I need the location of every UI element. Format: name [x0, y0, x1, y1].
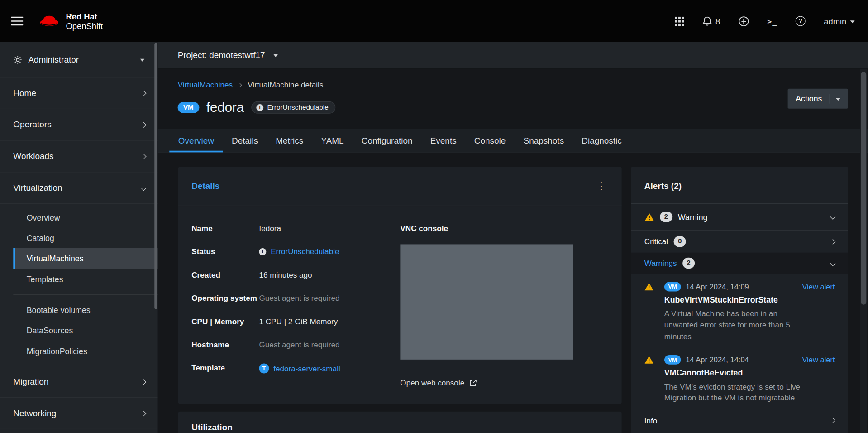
breadcrumb: VirtualMachines VirtualMachine details	[178, 80, 848, 89]
detail-label: Hostname	[191, 340, 259, 349]
alerts-summary-toggle[interactable]: 2 Warning	[631, 204, 848, 230]
tab-overview[interactable]: Overview	[169, 129, 223, 152]
detail-value: 1 CPU | 2 GiB Memory	[259, 317, 338, 326]
breadcrumb-link-virtualmachines[interactable]: VirtualMachines	[178, 80, 233, 89]
quick-create-button[interactable]	[739, 16, 749, 26]
warnings-section-toggle[interactable]: Warnings 2	[631, 253, 848, 274]
user-menu[interactable]: admin	[824, 16, 854, 26]
page-scrollbar[interactable]	[860, 69, 867, 433]
tab-console[interactable]: Console	[465, 129, 515, 152]
divider	[13, 294, 157, 295]
alert-timestamp: 14 Apr 2024, 14:04	[686, 356, 749, 364]
detail-row-created: Created 16 minutes ago	[191, 270, 400, 279]
sidebar-item-templates[interactable]: Templates	[13, 269, 157, 289]
tab-snapshots[interactable]: Snapshots	[515, 129, 573, 152]
nav-label: Virtualization	[13, 183, 62, 193]
chevron-right-icon	[141, 122, 146, 127]
sidebar-item-datasources[interactable]: DataSources	[13, 320, 157, 341]
sidebar-item-home[interactable]: Home	[0, 77, 158, 109]
detail-label: Template	[191, 363, 259, 372]
tab-details[interactable]: Details	[223, 129, 267, 152]
perspective-switcher[interactable]: Administrator	[0, 42, 158, 77]
detail-label: Operating system	[191, 293, 259, 303]
page-title: fedora	[206, 100, 244, 115]
details-card-title-link[interactable]: Details	[191, 181, 219, 191]
tab-configuration[interactable]: Configuration	[353, 129, 421, 152]
sidebar-scrollbar[interactable]	[154, 43, 157, 309]
openshift-console: Red Hat OpenShift	[0, 0, 868, 433]
nav-toggle-button[interactable]	[11, 14, 23, 28]
grid-icon	[675, 16, 684, 26]
chevron-down-icon	[830, 214, 835, 220]
breadcrumb-separator-icon	[238, 83, 242, 87]
vnc-console-preview[interactable]	[400, 244, 573, 359]
brand-line2: OpenShift	[66, 21, 103, 30]
critical-section-toggle[interactable]: Critical 0	[631, 231, 848, 253]
status-badge[interactable]: i ErrorUnschedulable	[251, 101, 336, 114]
scrollbar-thumb[interactable]	[861, 72, 866, 305]
app-launcher-button[interactable]	[675, 16, 684, 26]
caret-down-icon	[140, 59, 144, 62]
detail-label: Name	[191, 224, 259, 233]
sidebar-item-overview[interactable]: Overview	[13, 207, 157, 227]
sidebar-item-migration[interactable]: Migration	[0, 366, 158, 398]
sidebar-item-bootable-volumes[interactable]: Bootable volumes	[13, 300, 157, 320]
chevron-right-icon	[830, 239, 835, 244]
tab-events[interactable]: Events	[421, 129, 465, 152]
details-list: Name fedora Status i ErrorUnschedulable	[191, 224, 400, 387]
detail-row-name: Name fedora	[191, 224, 400, 233]
sidebar-item-catalog[interactable]: Catalog	[13, 228, 157, 248]
caret-down-icon	[850, 20, 855, 23]
alerts-card: Alerts (2) 2 Warning	[631, 167, 848, 433]
terminal-icon: >_	[767, 17, 777, 26]
nav-label: Migration	[13, 377, 48, 387]
alerts-title: Alerts (2)	[631, 167, 848, 203]
view-alert-link[interactable]: View alert	[802, 283, 835, 291]
detail-label: Created	[191, 270, 259, 279]
detail-row-template: Template T fedora-server-small	[191, 363, 400, 373]
detail-row-os: Operating system Guest agent is required	[191, 293, 400, 303]
vm-kind-badge: VM	[664, 355, 681, 364]
chevron-right-icon	[141, 410, 146, 416]
chevron-right-icon	[141, 379, 146, 385]
status-link[interactable]: ErrorUnschedulable	[271, 247, 339, 256]
project-label: Project:	[178, 50, 207, 60]
view-alert-link[interactable]: View alert	[802, 356, 835, 364]
tab-diagnostic[interactable]: Diagnostic	[573, 129, 631, 152]
caret-down-icon	[273, 54, 278, 57]
tab-metrics[interactable]: Metrics	[267, 129, 312, 152]
warning-triangle-icon	[644, 356, 664, 364]
open-web-console-link[interactable]: Open web console	[400, 378, 477, 387]
utilization-card: Utilization	[178, 412, 622, 433]
info-icon: i	[259, 248, 266, 255]
warning-triangle-icon	[644, 283, 664, 291]
template-link[interactable]: fedora-server-small	[273, 364, 340, 373]
vm-kind-badge: VM	[664, 282, 681, 291]
tab-yaml[interactable]: YAML	[312, 129, 353, 152]
sidebar-item-networking[interactable]: Networking	[0, 398, 158, 429]
alert-description: The VM's eviction strategy is set to Liv…	[664, 381, 809, 404]
detail-row-cpu-memory: CPU | Memory 1 CPU | 2 GiB Memory	[191, 317, 400, 326]
masthead: Red Hat OpenShift	[0, 0, 868, 42]
chevron-down-icon	[141, 185, 146, 191]
nav-label: Operators	[13, 120, 51, 130]
sidebar-item-operators[interactable]: Operators	[0, 109, 158, 141]
info-icon: i	[256, 104, 263, 111]
alert-title: VMCannotBeEvicted	[664, 368, 835, 377]
warnings-count-badge: 2	[682, 258, 695, 269]
utilization-title: Utilization	[178, 412, 622, 433]
info-section-toggle[interactable]: Info	[631, 409, 848, 431]
sidebar-item-workloads[interactable]: Workloads	[0, 141, 158, 173]
sidebar-item-migrationpolicies[interactable]: MigrationPolicies	[13, 341, 157, 361]
caret-down-icon	[836, 98, 840, 101]
kebab-menu-button[interactable]: ⋮	[594, 181, 608, 191]
notifications-button[interactable]: 8	[702, 16, 720, 26]
help-button[interactable]: ?	[796, 16, 806, 26]
cloud-shell-button[interactable]: >_	[767, 17, 777, 26]
actions-button[interactable]: Actions	[788, 89, 848, 109]
sidebar-item-virtualization[interactable]: Virtualization	[0, 172, 158, 204]
project-bar[interactable]: Project: demotestwtf17	[158, 42, 868, 69]
sidebar-item-virtualmachines[interactable]: VirtualMachines	[13, 248, 157, 269]
redhat-hat-icon	[38, 13, 60, 29]
tab-bar: Overview Details Metrics YAML Configurat…	[158, 129, 868, 152]
